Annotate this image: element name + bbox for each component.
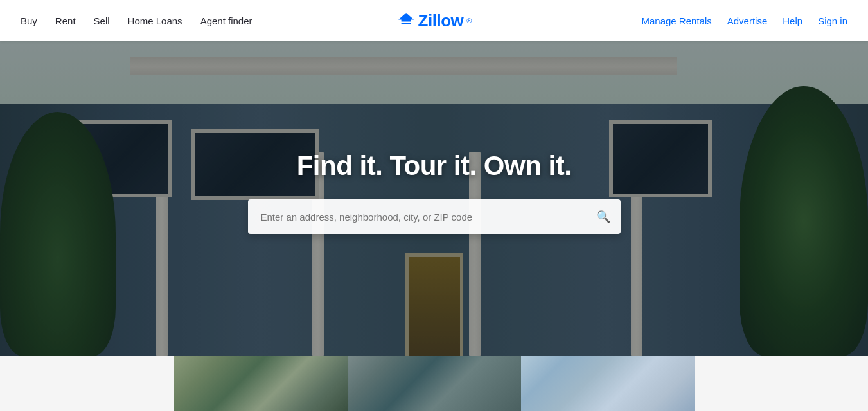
nav-rent[interactable]: Rent: [55, 15, 76, 26]
search-icon: 🔍: [596, 210, 610, 224]
nav-help[interactable]: Help: [783, 15, 802, 26]
search-button[interactable]: 🔍: [586, 199, 621, 234]
card-3-bg: [521, 356, 695, 411]
search-bar: 🔍: [248, 199, 621, 234]
hero-headline: Find it. Tour it. Own it.: [297, 151, 572, 181]
card-1-bg: [174, 356, 348, 411]
search-input[interactable]: [248, 199, 586, 234]
card-1[interactable]: [174, 356, 348, 411]
nav-advertise[interactable]: Advertise: [727, 15, 768, 26]
header: Buy Rent Sell Home Loans Agent finder Zi…: [0, 0, 868, 41]
nav-sign-in[interactable]: Sign in: [818, 15, 847, 26]
card-2-bg: [348, 356, 521, 411]
hero-section: Find it. Tour it. Own it. 🔍: [0, 41, 868, 356]
nav-manage-rentals[interactable]: Manage Rentals: [642, 15, 712, 26]
nav-buy[interactable]: Buy: [21, 15, 37, 26]
nav-right: Manage Rentals Advertise Help Sign in: [642, 15, 848, 26]
card-3[interactable]: [521, 356, 695, 411]
nav-sell[interactable]: Sell: [94, 15, 110, 26]
zillow-icon: [396, 11, 416, 30]
svg-rect-1: [401, 23, 411, 24]
cards-strip: [0, 356, 868, 411]
nav-home-loans[interactable]: Home Loans: [128, 15, 182, 26]
nav-left: Buy Rent Sell Home Loans Agent finder: [21, 15, 252, 26]
nav-agent-finder[interactable]: Agent finder: [200, 15, 252, 26]
card-2[interactable]: [348, 356, 521, 411]
logo-trademark: ®: [466, 17, 472, 24]
svg-marker-0: [398, 13, 414, 22]
hero-content: Find it. Tour it. Own it. 🔍: [248, 151, 621, 234]
logo-text: Zillow: [418, 11, 464, 31]
logo[interactable]: Zillow®: [396, 11, 472, 31]
